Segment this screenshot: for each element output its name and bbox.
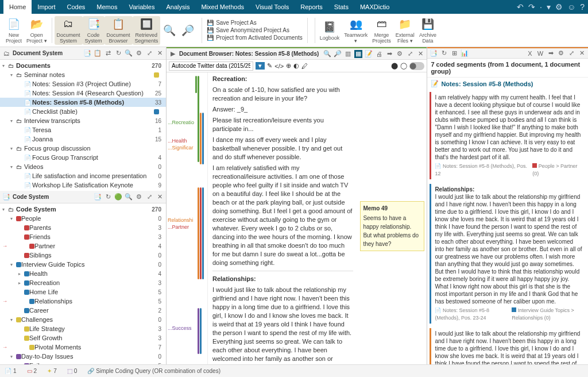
doc-act-icon[interactable]: 📋 (94, 49, 102, 57)
undo-icon[interactable]: ↶ (517, 2, 524, 11)
tree-item[interactable]: → Pivotal Moments7 (0, 343, 166, 352)
segment[interactable]: Relationships:I would just like to talk … (430, 184, 586, 324)
close-icon[interactable]: ✕ (578, 49, 586, 57)
toolbar-icon[interactable]: ✎ (267, 62, 272, 70)
ribbon-document[interactable]: 🗂DocumentSystem (55, 16, 83, 45)
tree-item[interactable]: 📄Joanna15 (0, 134, 166, 144)
toggle-icon[interactable]: ⬤ (409, 62, 424, 70)
ribbon-item[interactable]: 🔍 (160, 22, 179, 39)
tree-item[interactable]: Siblings0 (0, 251, 166, 260)
tree-item[interactable]: ▸ Recreation3 (0, 278, 166, 287)
gear-icon[interactable]: ⚙ (396, 50, 404, 58)
col-icon[interactable]: ▦ (354, 50, 362, 58)
tool-icon[interactable]: ⊞ (450, 49, 458, 57)
save-option[interactable]: 💾Project from Activated Documents (207, 34, 303, 41)
code-bar[interactable] (198, 187, 199, 279)
tree-item[interactable]: ▾ Interview Guide Topics0 (0, 260, 166, 269)
doc-view[interactable]: ...Recreatio...Health...SignificarRelati… (167, 72, 427, 364)
ribbon-retrieved[interactable]: 🔲RetrievedSegments (133, 16, 161, 45)
menu-tab-stats[interactable]: Stats (328, 0, 354, 14)
tree-root[interactable]: ▾🗀Code System270 (0, 205, 166, 214)
collapse-icon[interactable]: ⤢ (567, 49, 575, 57)
gear-icon[interactable]: ⚙ (135, 49, 143, 57)
code-bar[interactable] (198, 76, 199, 162)
tree-item[interactable]: Self Growth3 (0, 333, 166, 343)
tool-icon[interactable]: 📑 (430, 49, 438, 57)
save-option[interactable]: 💾Save Anonymized Project As (207, 27, 303, 33)
search-icon[interactable]: 🔍 (125, 193, 133, 201)
code-act-icon[interactable]: ↻ (104, 193, 112, 201)
doc-tree[interactable]: ▾🗀Documents270▾🗀Seminar notes📄Notes: Ses… (0, 60, 166, 191)
toolbar-icon[interactable]: ◐ (293, 62, 299, 70)
close-icon[interactable]: ✕ (416, 50, 424, 58)
tree-item[interactable]: 📄Life satisfaction and income presentati… (0, 171, 166, 180)
code-bar[interactable] (195, 76, 197, 93)
menu-tab-codes[interactable]: Codes (61, 0, 91, 14)
tool-icon[interactable]: ↻ (440, 49, 448, 57)
tree-item[interactable]: 📄Focus Group Transcript4 (0, 153, 166, 162)
tree-item[interactable]: Parents3 (0, 223, 166, 232)
memo-icon[interactable]: 📝 (365, 50, 373, 58)
menu-tab-reports[interactable]: Reports (295, 0, 328, 14)
retrieved-segments[interactable]: I am relatively happy with my current he… (427, 90, 588, 364)
tree-item[interactable]: ▾🗀Videos0 (0, 162, 166, 171)
code-tree[interactable]: ▾🗀Code System270▾ People0 Parents3 Frien… (0, 203, 166, 364)
menu-tab-import[interactable]: Import (32, 0, 61, 14)
ribbon-external[interactable]: 📁ExternalFiles ▾ (393, 16, 417, 45)
tree-item[interactable]: ▾🗀Focus group discussion (0, 144, 166, 153)
tree-item[interactable]: ▾🗀Interview transcripts16 (0, 116, 166, 125)
tree-item[interactable]: ▾ Day-to-Day Issues0 (0, 352, 166, 361)
redo-icon[interactable]: ↷ (528, 2, 535, 11)
doc-content[interactable]: Recreation: On a scale of 1-10, how sati… (208, 72, 358, 364)
ribbon-document[interactable]: 📋DocumentBrowser (105, 16, 133, 45)
tree-item[interactable]: ▾ Challenges0 (0, 315, 166, 324)
print-icon[interactable]: 🖨 (375, 50, 383, 58)
ribbon-teamwork[interactable]: 👥Teamwork▾ (342, 16, 370, 45)
ribbon-item[interactable]: 🔎 (179, 22, 197, 39)
export-icon[interactable]: ➡ (385, 50, 393, 58)
settings-icon[interactable]: ▾ (547, 2, 551, 11)
menu-tab-home[interactable]: Home (3, 0, 32, 14)
zoom-icon[interactable]: 🔎 (334, 50, 342, 58)
search-icon[interactable]: 🔍 (125, 49, 133, 57)
ribbon-code[interactable]: 📑CodeSystem (83, 16, 105, 45)
segment[interactable]: I am relatively happy with my current he… (430, 92, 586, 179)
code-bar[interactable] (200, 187, 202, 279)
ribbon-archive[interactable]: 💾ArchiveData (417, 16, 439, 45)
tool-icon[interactable]: 📊 (461, 49, 469, 57)
gear-icon[interactable]: ⚙ (557, 49, 565, 57)
tree-item[interactable]: Home Life5 (0, 287, 166, 297)
col-icon[interactable]: ▥ (344, 50, 352, 58)
retrieved-doc[interactable]: 📝 Notes: Session #5-8 (Methods) (427, 78, 588, 90)
save-option[interactable]: 💾Save Project As (207, 20, 303, 26)
smile-icon[interactable]: ☺ (567, 2, 575, 11)
close-icon[interactable]: ✕ (156, 49, 164, 57)
toolbar-icon[interactable]: </> (274, 63, 284, 70)
close-icon[interactable]: ✕ (156, 193, 164, 201)
tree-item[interactable]: 📄Notes: Session #4 (Research Question)25 (0, 89, 166, 98)
code-bar[interactable] (200, 308, 202, 354)
ribbon-open[interactable]: 📂OpenProject ▾ (24, 16, 49, 45)
menu-tab-analysis[interactable]: Analysis (160, 0, 195, 14)
search-icon[interactable]: 🔍 (323, 50, 331, 58)
export-icon[interactable]: ➡ (547, 49, 555, 57)
tree-item[interactable]: Life Strategy3 (0, 324, 166, 333)
tree-item[interactable]: 📄Notes: Session #5-8 (Methods)33 (0, 98, 166, 107)
toolbar-icon[interactable]: ⊕ (286, 62, 291, 70)
tree-item[interactable]: ▾ People0 (0, 214, 166, 223)
collapse-icon[interactable]: ⤢ (145, 193, 153, 201)
collapse-icon[interactable]: ⤢ (406, 50, 414, 58)
code-bar[interactable] (198, 308, 199, 354)
dropdown-icon[interactable]: ▾ (256, 62, 265, 70)
tree-item[interactable]: Friends3 (0, 232, 166, 241)
toolbar-icon[interactable]: 🖊 (301, 63, 308, 70)
code-bar[interactable] (202, 113, 204, 164)
tree-item[interactable]: → Relationships5 (0, 297, 166, 306)
tree-root[interactable]: ▾🗀Documents270 (0, 61, 166, 70)
doc-act-icon[interactable]: ↻ (114, 49, 122, 57)
toolbar-icon[interactable]: ◯ (400, 62, 407, 70)
code-bar[interactable] (202, 187, 204, 279)
menu-tab-visual-tools[interactable]: Visual Tools (250, 0, 295, 14)
collapse-icon[interactable]: ⤢ (145, 49, 153, 57)
toolbar-icon[interactable]: ⬤ (391, 62, 398, 70)
